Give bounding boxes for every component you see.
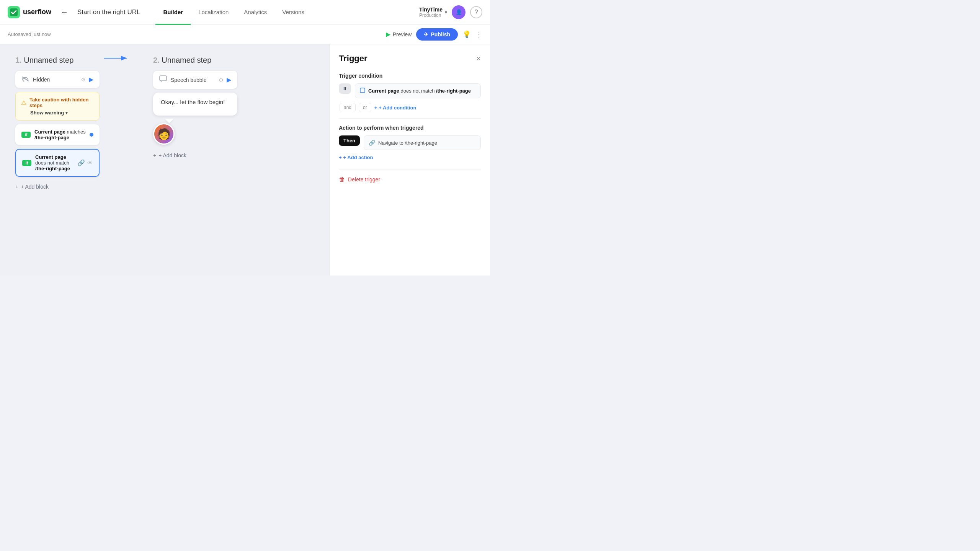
section-divider-2: [339, 170, 481, 170]
condition-dot-1: [90, 133, 93, 137]
connector-arrow: [104, 47, 142, 70]
then-pill: Then: [339, 135, 360, 146]
avatar[interactable]: 👤: [452, 5, 466, 19]
plus-icon: +: [15, 184, 18, 190]
svg-rect-4: [360, 88, 365, 93]
user-name: TinyTime: [419, 7, 443, 13]
play-icon[interactable]: ▶: [89, 76, 93, 83]
character-avatar: 🧑: [153, 123, 175, 145]
or-button[interactable]: or: [359, 103, 371, 112]
chevron-down-icon: ▾: [445, 10, 447, 15]
speech-bubble-icon: [159, 75, 167, 84]
trigger-title: Trigger: [339, 54, 368, 64]
speech-bubble-tail: [165, 119, 174, 123]
step-1-header: 1. Unnamed step: [15, 56, 100, 65]
condition-box-icon: [360, 88, 365, 94]
warning-chevron-icon: ▾: [65, 110, 68, 116]
tab-versions[interactable]: Versions: [274, 0, 312, 25]
speech-bubble-gear-icon[interactable]: ⚙: [219, 77, 224, 83]
step-2-add-block-button[interactable]: + + Add block: [153, 149, 186, 161]
add-block-label: + Add block: [21, 184, 49, 190]
trigger-condition-row: If Current page does not match /the-righ…: [339, 83, 481, 98]
warning-icon: ⚠: [21, 99, 26, 106]
action-section: Action to perform when triggered Then 🔗 …: [339, 125, 481, 160]
bulb-button[interactable]: 💡: [462, 30, 471, 39]
condition-text-1: Current page matches /the-right-page: [34, 129, 87, 140]
speech-bubble-text: Okay... let the flow begin!: [161, 99, 225, 105]
condition-text-2: Current page does not match /the-right-p…: [35, 154, 77, 171]
warning-box: ⚠ Take caution with hidden steps Show wa…: [15, 92, 100, 121]
character-avatar-row: 🧑: [153, 123, 237, 145]
trigger-action-row: Then 🔗 Navigate to /the-right-page: [339, 135, 481, 150]
user-role: Production: [419, 13, 443, 18]
show-warning-label: Show warning: [30, 110, 64, 116]
publish-label: Publish: [431, 31, 450, 37]
if-pill: If: [339, 83, 351, 94]
close-trigger-button[interactable]: ×: [476, 54, 481, 63]
back-button[interactable]: ←: [57, 6, 71, 18]
speech-bubble-block-header[interactable]: Speech bubble ⚙ ▶: [153, 71, 237, 89]
nav-tabs: Builder Localization Analytics Versions: [155, 0, 312, 24]
steps-row: 1. Unnamed step Hidden ⚙ ▶: [15, 56, 314, 193]
add-action-button[interactable]: + + Add action: [339, 155, 373, 160]
publish-button[interactable]: ✈ Publish: [416, 28, 458, 41]
more-button[interactable]: ⋮: [475, 30, 482, 39]
add-block-label-2: + Add block: [158, 152, 186, 158]
tab-localization[interactable]: Localization: [191, 0, 236, 25]
speech-bubble-text-box: Okay... let the flow begin!: [153, 93, 237, 116]
main-area: 1. Unnamed step Hidden ⚙ ▶: [0, 44, 490, 276]
user-info[interactable]: TinyTime Production ▾: [419, 7, 447, 18]
preview-label: Preview: [393, 31, 412, 37]
speech-bubble-preview: Okay... let the flow begin! 🧑: [153, 93, 237, 145]
trigger-condition-text: Current page does not match /the-right-p…: [368, 88, 471, 94]
trigger-action-box[interactable]: 🔗 Navigate to /the-right-page: [364, 135, 481, 150]
trigger-action-text: Navigate to /the-right-page: [378, 140, 437, 146]
hidden-icon: [21, 75, 29, 83]
link-icon: 🔗: [77, 159, 85, 166]
condition-block-1[interactable]: if Current page matches /the-right-page: [15, 124, 100, 145]
delete-trigger-button[interactable]: 🗑 Delete trigger: [339, 176, 380, 183]
trigger-condition-box[interactable]: Current page does not match /the-right-p…: [355, 83, 481, 98]
warning-title: Take caution with hidden steps: [29, 97, 94, 108]
action-section-label: Action to perform when triggered: [339, 125, 481, 131]
trigger-panel-header: Trigger ×: [339, 54, 481, 64]
tab-builder[interactable]: Builder: [155, 0, 191, 25]
play-icon: ▶: [386, 31, 390, 38]
toolbar: Autosaved just now ▶ Preview ✈ Publish 💡…: [0, 24, 490, 44]
add-condition-button[interactable]: + + Add condition: [374, 105, 416, 111]
if-badge-2: if: [22, 160, 31, 166]
condition-block-2[interactable]: if Current page does not match /the-righ…: [15, 149, 100, 177]
step-1-add-block-button[interactable]: + + Add block: [15, 181, 49, 193]
trigger-panel: Trigger × Trigger condition If Current p…: [329, 44, 490, 276]
step-2-header: 2. Unnamed step: [153, 56, 237, 65]
autosave-status: Autosaved just now: [8, 31, 51, 37]
warning-header: ⚠ Take caution with hidden steps: [21, 97, 94, 108]
step-2-column: 2. Unnamed step Speech bubble ⚙ ▶: [153, 56, 237, 161]
canvas: 1. Unnamed step Hidden ⚙ ▶: [0, 44, 329, 276]
if-badge-1: if: [21, 132, 31, 138]
flow-title: Start on the right URL: [77, 8, 140, 16]
and-button[interactable]: and: [340, 103, 356, 112]
logo[interactable]: userflow: [8, 6, 51, 18]
section-divider: [339, 118, 481, 119]
speech-bubble-play-icon[interactable]: ▶: [227, 76, 231, 83]
and-or-row: and or + + Add condition: [339, 103, 481, 112]
link-action-icon: 🔗: [369, 140, 375, 146]
hidden-block[interactable]: Hidden ⚙ ▶: [15, 71, 100, 88]
tab-analytics[interactable]: Analytics: [236, 0, 274, 25]
toolbar-right: ▶ Preview ✈ Publish 💡 ⋮: [386, 28, 482, 41]
delete-trigger-label: Delete trigger: [348, 176, 380, 183]
eye-icon: 👁: [87, 160, 93, 166]
logo-text: userflow: [23, 8, 51, 16]
gear-icon[interactable]: ⚙: [81, 77, 86, 83]
send-icon: ✈: [424, 31, 428, 37]
speech-bubble-label: Speech bubble: [171, 77, 219, 83]
condition-section-label: Trigger condition: [339, 73, 481, 79]
preview-button[interactable]: ▶ Preview: [386, 31, 412, 38]
plus-icon-condition: +: [374, 105, 377, 111]
nav-right: TinyTime Production ▾ 👤 ?: [419, 5, 482, 19]
hidden-label: Hidden: [33, 77, 81, 83]
plus-icon-2: +: [153, 152, 156, 158]
show-warning-button[interactable]: Show warning ▾: [30, 110, 94, 116]
help-button[interactable]: ?: [470, 6, 482, 18]
